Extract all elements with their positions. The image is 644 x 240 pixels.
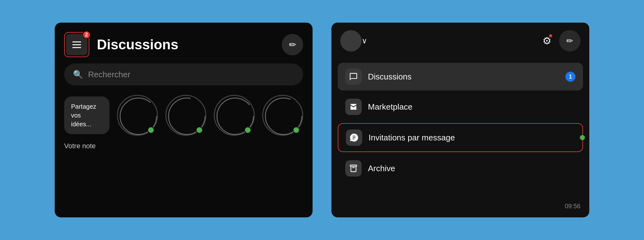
compose-button[interactable]: ✏ — [282, 34, 303, 55]
sidebar-item-marketplace[interactable]: Marketplace — [338, 93, 583, 121]
avatar[interactable] — [340, 30, 362, 52]
create-story-button[interactable]: Partagez vos idées... — [64, 96, 109, 134]
story-circle-4[interactable] — [262, 95, 303, 136]
menu-badge: 2 — [82, 31, 91, 39]
archive-label: Archive — [368, 164, 575, 173]
navigation-menu: Discussions 1 Marketplace — [331, 59, 589, 217]
pencil-icon: ✏ — [566, 36, 573, 46]
online-indicator — [293, 127, 300, 134]
page-title: Discussions — [97, 37, 282, 52]
settings-button[interactable]: ⚙ — [542, 35, 552, 47]
marketplace-icon-wrapper — [345, 99, 362, 115]
header-actions: ⚙ ✏ — [542, 30, 580, 52]
status-time: 09:56 — [565, 203, 580, 210]
right-header: ∨ ⚙ ✏ — [331, 23, 589, 59]
story-circle-1[interactable] — [117, 95, 158, 136]
votre-note-label: Votre note — [64, 142, 303, 150]
sidebar-item-invitations[interactable]: Invitations par message — [338, 123, 583, 152]
chat-icon — [349, 72, 358, 81]
archive-icon — [349, 164, 358, 173]
search-placeholder: Rechercher — [88, 70, 130, 79]
online-indicator — [244, 127, 251, 134]
sidebar-item-discussions[interactable]: Discussions 1 — [338, 63, 583, 90]
stories-section: Partagez vos idées... — [64, 95, 303, 136]
archive-icon-wrapper — [345, 160, 362, 177]
right-screen: ∨ ⚙ ✏ Discussions — [331, 23, 589, 217]
invitations-label: Invitations par message — [369, 133, 575, 143]
compose-button-right[interactable]: ✏ — [559, 30, 580, 52]
invitations-icon-wrapper — [346, 129, 362, 146]
screens-container: 2 Discussions ✏ 🔍 Rechercher Partagez vo… — [0, 0, 644, 240]
menu-button[interactable]: 2 — [66, 34, 87, 55]
store-icon — [349, 102, 358, 111]
pencil-icon: ✏ — [289, 40, 296, 50]
search-bar[interactable]: 🔍 Rechercher — [64, 63, 303, 85]
online-indicator — [147, 127, 154, 134]
discussions-icon-wrapper — [345, 68, 362, 85]
hamburger-icon — [72, 41, 81, 48]
search-icon: 🔍 — [73, 70, 83, 79]
menu-btn-highlight: 2 — [64, 32, 89, 57]
sidebar-item-archive[interactable]: Archive — [338, 155, 583, 182]
settings-badge — [548, 34, 553, 38]
story-circle-3[interactable] — [214, 95, 255, 136]
online-indicator — [196, 127, 203, 134]
story-circle-2[interactable] — [165, 95, 206, 136]
discussions-badge: 1 — [565, 72, 575, 82]
chat-alt-icon — [350, 133, 358, 142]
chevron-down-icon[interactable]: ∨ — [362, 36, 367, 45]
left-screen: 2 Discussions ✏ 🔍 Rechercher Partagez vo… — [55, 23, 313, 217]
left-header: 2 Discussions ✏ — [64, 32, 303, 57]
discussions-label: Discussions — [368, 72, 559, 82]
green-dot-indicator — [580, 135, 585, 140]
marketplace-label: Marketplace — [368, 102, 575, 112]
